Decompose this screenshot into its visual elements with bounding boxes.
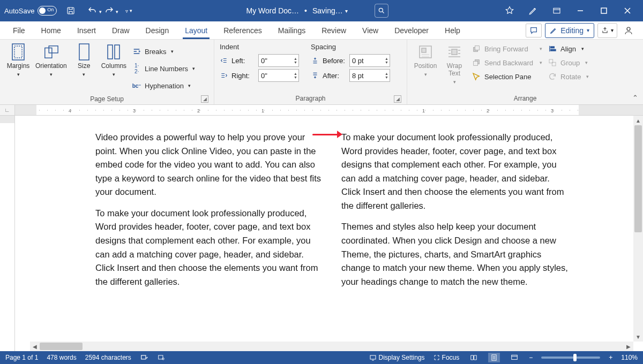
tab-view[interactable]: View — [356, 21, 385, 39]
columns-button[interactable]: Columns▾ — [100, 42, 128, 79]
svg-point-1 — [379, 8, 383, 12]
svg-rect-20 — [551, 49, 556, 51]
tab-references[interactable]: References — [217, 21, 268, 39]
breaks-button[interactable]: Breaks▾ — [131, 44, 196, 59]
selection-pane-button[interactable]: Selection Pane — [470, 70, 543, 84]
group-button[interactable]: Group▾ — [547, 56, 590, 70]
zoom-level[interactable]: 110% — [621, 354, 638, 361]
zoom-in-button[interactable]: + — [609, 354, 612, 361]
spacing-before-input[interactable]: 0 pt▲▼ — [349, 54, 390, 67]
indent-right-input[interactable]: 0"▲▼ — [258, 69, 299, 82]
page-setup-label: Page Setup — [90, 95, 124, 103]
premium-icon[interactable] — [498, 0, 521, 21]
save-status-dropdown[interactable]: Saving…▾ — [312, 6, 348, 15]
tab-layout[interactable]: Layout — [178, 21, 214, 39]
tab-developer[interactable]: Developer — [388, 21, 435, 39]
svg-rect-2 — [554, 8, 560, 13]
maximize-button[interactable] — [593, 0, 615, 21]
tab-mailings[interactable]: Mailings — [272, 21, 312, 39]
zoom-out-button[interactable]: − — [529, 354, 533, 361]
tab-design[interactable]: Design — [139, 21, 176, 39]
align-button[interactable]: Align▾ — [547, 42, 590, 56]
svg-rect-0 — [68, 7, 74, 14]
redo-button[interactable] — [104, 3, 119, 18]
tab-review[interactable]: Review — [315, 21, 353, 39]
ribbon-display-icon[interactable] — [545, 0, 568, 21]
svg-point-33 — [162, 358, 165, 360]
tab-home[interactable]: Home — [35, 21, 68, 39]
indent-right-row: Right: 0"▲▼ — [220, 68, 299, 83]
tab-file[interactable]: File — [6, 21, 32, 39]
indent-left-input[interactable]: 0"▲▼ — [258, 54, 299, 67]
pen-icon[interactable] — [522, 0, 544, 21]
size-button[interactable]: Size▾ — [71, 42, 97, 79]
bring-forward-button[interactable]: Bring Forward▾ — [470, 42, 543, 56]
vertical-ruler[interactable] — [0, 116, 15, 351]
svg-text:2: 2 — [197, 108, 200, 113]
display-settings-button[interactable]: Display Settings — [369, 354, 425, 361]
read-mode-button[interactable] — [468, 353, 480, 362]
page: Video provides a powerful way to help yo… — [31, 121, 632, 312]
svg-text:3: 3 — [551, 108, 554, 113]
svg-rect-14 — [452, 49, 457, 55]
tab-insert[interactable]: Insert — [71, 21, 102, 39]
share-button[interactable]: ▾ — [597, 23, 617, 38]
indent-heading: Indent — [220, 43, 299, 51]
column-1[interactable]: Video provides a powerful way to help yo… — [95, 131, 322, 296]
hyphenation-button[interactable]: bc⁻Hyphenation▾ — [131, 78, 196, 93]
document-title: My Word Doc… — [246, 6, 300, 15]
column-2[interactable]: To make your document look professionall… — [341, 131, 568, 296]
account-icon[interactable] — [620, 24, 637, 37]
svg-rect-19 — [551, 47, 555, 48]
indent-right-icon — [220, 72, 228, 79]
svg-rect-16 — [475, 46, 479, 50]
wrap-text-button[interactable]: Wrap Text▾ — [442, 42, 467, 87]
web-layout-button[interactable] — [509, 353, 520, 362]
page-setup-dialog-launcher[interactable]: ◢ — [201, 95, 208, 103]
vertical-scrollbar[interactable]: ▲ ▼ — [633, 116, 643, 342]
horizontal-ruler[interactable]: ∟ 4321 123 — [0, 105, 643, 116]
page-count[interactable]: Page 1 of 1 — [5, 354, 38, 361]
char-count[interactable]: 2594 characters — [85, 354, 131, 361]
para-1-1: Video provides a powerful way to help yo… — [95, 131, 322, 199]
status-bar: Page 1 of 1 478 words 2594 characters Di… — [0, 351, 643, 364]
tab-selector[interactable]: ∟ — [0, 105, 15, 115]
send-backward-button[interactable]: Send Backward▾ — [470, 56, 543, 70]
search-button[interactable] — [375, 4, 388, 18]
rotate-button[interactable]: Rotate▾ — [547, 70, 590, 84]
tab-help[interactable]: Help — [438, 21, 467, 39]
undo-button[interactable] — [87, 3, 102, 18]
spellcheck-icon[interactable] — [140, 354, 148, 361]
save-icon[interactable] — [63, 3, 78, 18]
collapse-ribbon-button[interactable]: ⌃ — [630, 93, 640, 102]
editing-mode-button[interactable]: Editing▾ — [545, 23, 594, 38]
svg-text:1: 1 — [422, 108, 425, 113]
orientation-button[interactable]: Orientation▾ — [34, 42, 68, 79]
tab-draw[interactable]: Draw — [106, 21, 136, 39]
svg-text:3: 3 — [133, 108, 136, 113]
margins-button[interactable]: Margins▾ — [5, 42, 31, 79]
spacing-after-input[interactable]: 8 pt▲▼ — [349, 69, 390, 82]
minimize-button[interactable] — [569, 0, 592, 21]
scrollbar-thumb[interactable] — [634, 125, 642, 232]
print-layout-button[interactable] — [488, 353, 500, 362]
autosave-toggle[interactable]: AutoSave On — [4, 6, 57, 16]
para-1-2: To make your document look professionall… — [95, 207, 322, 289]
document-area[interactable]: Video provides a powerful way to help yo… — [15, 116, 643, 351]
qat-customize[interactable]: ▿ — [121, 3, 136, 18]
zoom-slider[interactable] — [541, 357, 600, 359]
comments-button[interactable] — [526, 24, 542, 37]
close-button[interactable] — [616, 0, 639, 21]
line-numbers-button[interactable]: 1·2·Line Numbers▾ — [131, 61, 196, 76]
paragraph-dialog-launcher[interactable]: ◢ — [394, 95, 401, 103]
horizontal-scrollbar[interactable]: ◀ ▶ — [30, 342, 633, 351]
hscrollbar-thumb[interactable] — [40, 343, 83, 350]
arrange-label: Arrange — [514, 95, 537, 102]
focus-button[interactable]: Focus — [433, 354, 460, 361]
position-button[interactable]: Position▾ — [413, 42, 438, 79]
svg-rect-9 — [79, 44, 89, 60]
spacing-heading: Spacing — [311, 43, 390, 51]
svg-point-4 — [627, 27, 630, 31]
word-count[interactable]: 478 words — [47, 354, 76, 361]
macro-icon[interactable] — [157, 354, 166, 361]
